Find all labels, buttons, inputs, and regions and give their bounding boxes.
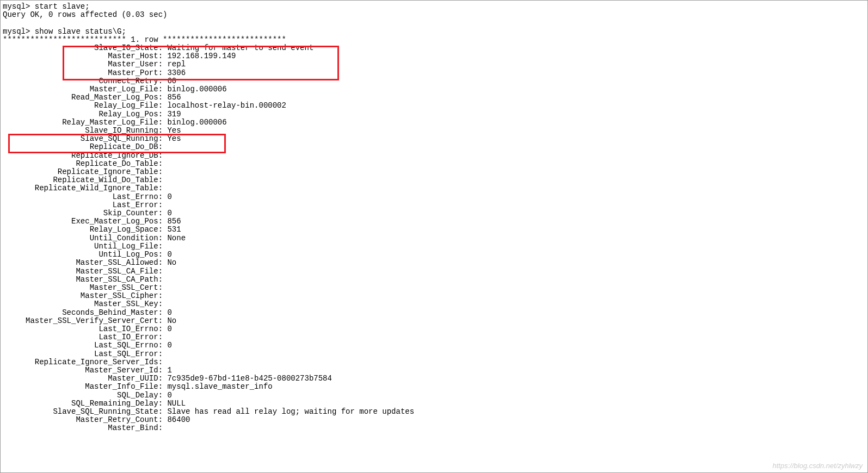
- terminal-output[interactable]: mysql> start slave; Query OK, 0 rows aff…: [0, 0, 868, 473]
- watermark: https://blog.csdn.net/zyhlwzy: [773, 462, 863, 470]
